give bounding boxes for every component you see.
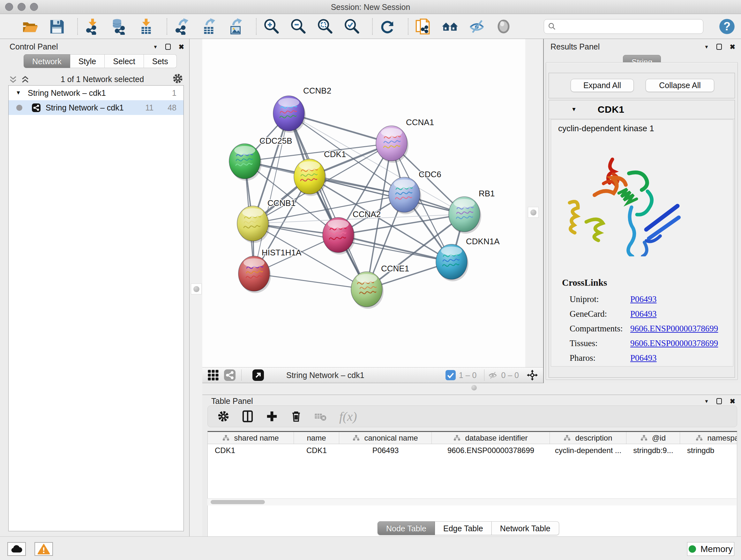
control-panel-float-icon[interactable] [165, 44, 171, 50]
expand-all-button[interactable]: Expand All [570, 79, 634, 92]
table-settings-gear-icon[interactable] [216, 409, 231, 424]
network-row[interactable]: String Network – cdk1 11 48 [9, 100, 184, 115]
column-header-description[interactable]: description [550, 432, 626, 444]
node-CDC6[interactable]: CDC6 [389, 170, 441, 214]
gene-section-header[interactable]: ▼ CDK1 [549, 100, 735, 119]
collapse-all-button[interactable]: Collapse All [646, 79, 714, 92]
node-CCNE1[interactable]: CCNE1 [351, 264, 409, 309]
network-options-gear-icon[interactable] [172, 73, 184, 85]
cell-name[interactable]: CDK1 [294, 444, 339, 456]
show-columns-icon[interactable] [240, 409, 255, 424]
export-network-file-icon[interactable] [173, 17, 191, 36]
create-column-icon[interactable] [265, 409, 279, 424]
show-panels-icon[interactable] [495, 17, 513, 36]
results-panel-close-icon[interactable]: ✖ [730, 44, 735, 50]
detach-view-icon[interactable] [253, 369, 264, 381]
help-icon[interactable]: ? [719, 18, 735, 35]
column-header-canonical-name[interactable]: canonical name [339, 432, 432, 444]
node-HIST1H1A[interactable]: HIST1H1A [239, 248, 301, 293]
export-table-file-icon[interactable] [200, 17, 218, 36]
node-CCNA2[interactable]: CCNA2 [323, 209, 381, 254]
delete-table-icon [313, 409, 328, 424]
import-network-file-icon[interactable] [84, 17, 102, 36]
control-panel-close-icon[interactable]: ✖ [179, 44, 184, 50]
tab-network-table[interactable]: Network Table [492, 521, 559, 535]
node-CDK1[interactable]: CDK1 [294, 149, 346, 196]
table-panel-close-icon[interactable]: ✖ [730, 398, 735, 405]
birds-eye-view-icon[interactable] [207, 369, 219, 381]
collection-expand-icon[interactable]: ▼ [16, 90, 23, 96]
zoom-out-icon[interactable] [289, 17, 307, 36]
cell-namespace[interactable]: stringdb [680, 444, 737, 456]
column-header--id[interactable]: @id [626, 432, 680, 444]
node-CCNA1[interactable]: CCNA1 [376, 118, 434, 163]
left-splitter[interactable] [190, 39, 202, 537]
memory-button[interactable]: Memory [687, 542, 734, 556]
refresh-icon[interactable] [379, 17, 396, 36]
cell-description[interactable]: cyclin-dependent ... [550, 444, 626, 456]
left-splitter-grip[interactable] [191, 284, 202, 294]
tab-edge-table[interactable]: Edge Table [435, 521, 492, 535]
control-panel-menu-icon[interactable]: ▼ [153, 44, 158, 50]
results-panel-float-icon[interactable] [717, 44, 722, 50]
gene-expand-icon[interactable]: ▼ [571, 106, 577, 113]
cell-database-identifier[interactable]: 9606.ENSP00000378699 [432, 444, 550, 456]
tab-style[interactable]: Style [70, 54, 105, 68]
tab-network[interactable]: Network [23, 54, 70, 68]
table-horizontal-scrollbar[interactable] [207, 498, 737, 505]
network-canvas[interactable]: CCNB2CCNA1CDC25BCDK1CDC6RB1CCNB1CCNA2CDK… [202, 39, 525, 367]
crosslink-link[interactable]: 9606.ENSP00000378699 [630, 324, 718, 334]
cell-canonical-name[interactable]: P06493 [339, 444, 432, 456]
results-panel-menu-icon[interactable]: ▼ [704, 44, 709, 50]
search-input[interactable] [559, 22, 696, 31]
horizontal-splitter-grip[interactable] [471, 385, 477, 390]
crosslink-link[interactable]: 9606.ENSP00000378699 [630, 338, 718, 348]
horizontal-splitter[interactable] [202, 383, 741, 395]
search-box[interactable] [544, 19, 703, 34]
delete-column-trash-icon[interactable] [289, 409, 304, 424]
node-table[interactable]: shared namenamecanonical namedatabase id… [207, 431, 737, 537]
right-splitter[interactable] [525, 39, 543, 383]
crosslink-link[interactable]: P06493 [630, 309, 657, 319]
tab-node-table[interactable]: Node Table [378, 521, 435, 535]
save-session-icon[interactable] [48, 17, 66, 36]
import-table-file-icon[interactable] [137, 17, 155, 36]
zoom-selected-icon[interactable] [343, 17, 360, 36]
column-header-shared-name[interactable]: shared name [208, 432, 294, 444]
cloud-status-button[interactable] [7, 542, 26, 556]
network-overview-icon[interactable] [441, 17, 459, 36]
table-panel-float-icon[interactable] [717, 398, 722, 404]
column-header-database-identifier[interactable]: database identifier [432, 432, 550, 444]
selected-nodes-checkbox-icon[interactable] [446, 370, 456, 380]
node-CCNB1[interactable]: CCNB1 [237, 198, 295, 243]
export-image-file-icon[interactable] [226, 17, 245, 36]
zoom-in-icon[interactable] [262, 17, 280, 36]
scrollbar-thumb[interactable] [211, 500, 265, 504]
crosslink-link[interactable]: P06493 [630, 353, 657, 363]
import-network-database-icon[interactable] [111, 17, 128, 36]
edge-CCNB2-CCNE1[interactable] [289, 113, 367, 289]
column-header-name[interactable]: name [294, 432, 339, 444]
tab-select[interactable]: Select [105, 54, 144, 68]
zoom-fit-icon[interactable] [316, 17, 334, 36]
right-splitter-grip[interactable] [528, 207, 539, 218]
network-collection-row[interactable]: ▼ String Network – cdk1 1 [9, 85, 184, 100]
cell-shared-name[interactable]: CDK1 [208, 444, 294, 456]
crosslink-link[interactable]: P06493 [630, 294, 657, 304]
table-panel-menu-icon[interactable]: ▼ [704, 398, 709, 404]
open-file-icon[interactable] [21, 17, 39, 36]
string-panel-icon[interactable] [224, 369, 235, 381]
export-snapshot-icon[interactable] [414, 17, 432, 36]
tab-sets[interactable]: Sets [144, 54, 177, 68]
cell--id[interactable]: stringdb:9... [626, 444, 680, 456]
expand-all-networks-icon[interactable] [8, 75, 18, 83]
hide-panels-icon[interactable] [468, 17, 486, 36]
collapse-all-networks-icon[interactable] [20, 75, 30, 83]
warnings-button[interactable] [35, 542, 53, 556]
table-row[interactable]: CDK1CDK1P064939606.ENSP00000378699cyclin… [208, 444, 737, 456]
column-header-namespace[interactable]: namespace [680, 432, 737, 444]
node-CDKN1A[interactable]: CDKN1A [436, 237, 500, 281]
pan-crosshair-icon[interactable] [527, 369, 538, 381]
node-CCNB2[interactable]: CCNB2 [273, 86, 331, 133]
node-RB1[interactable]: RB1 [449, 189, 495, 234]
